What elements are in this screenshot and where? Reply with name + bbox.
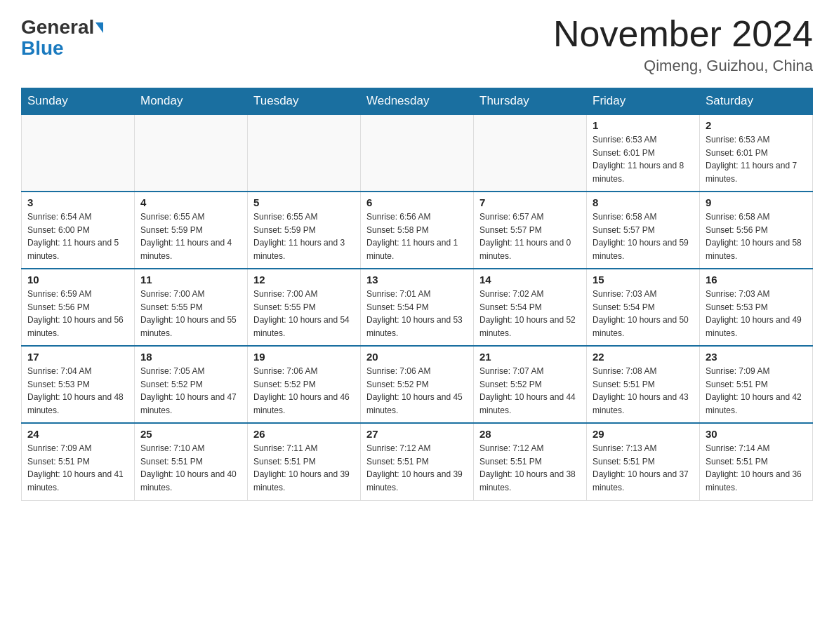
calendar-cell <box>135 114 248 192</box>
calendar-cell: 29Sunrise: 7:13 AMSunset: 5:51 PMDayligh… <box>587 423 700 500</box>
calendar-cell: 2Sunrise: 6:53 AMSunset: 6:01 PMDaylight… <box>700 114 813 192</box>
calendar-cell: 24Sunrise: 7:09 AMSunset: 5:51 PMDayligh… <box>22 423 135 500</box>
calendar-cell: 16Sunrise: 7:03 AMSunset: 5:53 PMDayligh… <box>700 269 813 346</box>
calendar-cell: 5Sunrise: 6:55 AMSunset: 5:59 PMDaylight… <box>248 192 361 269</box>
day-info: Sunrise: 7:06 AMSunset: 5:52 PMDaylight:… <box>366 365 468 417</box>
day-info: Sunrise: 7:13 AMSunset: 5:51 PMDaylight:… <box>593 442 694 494</box>
calendar-cell: 8Sunrise: 6:58 AMSunset: 5:57 PMDaylight… <box>587 192 700 269</box>
day-number: 16 <box>706 274 807 286</box>
week-row-5: 24Sunrise: 7:09 AMSunset: 5:51 PMDayligh… <box>22 423 813 500</box>
day-info: Sunrise: 7:00 AMSunset: 5:55 PMDaylight:… <box>253 288 355 340</box>
day-number: 15 <box>593 274 694 286</box>
calendar-cell: 4Sunrise: 6:55 AMSunset: 5:59 PMDaylight… <box>135 192 248 269</box>
day-info: Sunrise: 6:56 AMSunset: 5:58 PMDaylight:… <box>366 210 468 262</box>
calendar-cell: 27Sunrise: 7:12 AMSunset: 5:51 PMDayligh… <box>361 423 474 500</box>
calendar-cell <box>361 114 474 192</box>
calendar-cell: 20Sunrise: 7:06 AMSunset: 5:52 PMDayligh… <box>361 346 474 423</box>
day-info: Sunrise: 7:09 AMSunset: 5:51 PMDaylight:… <box>706 365 807 417</box>
day-number: 23 <box>706 351 807 363</box>
day-info: Sunrise: 7:00 AMSunset: 5:55 PMDaylight:… <box>140 288 241 340</box>
calendar-cell: 1Sunrise: 6:53 AMSunset: 6:01 PMDaylight… <box>587 114 700 192</box>
day-number: 3 <box>27 196 128 208</box>
day-info: Sunrise: 7:12 AMSunset: 5:51 PMDaylight:… <box>366 442 468 494</box>
logo-arrow-icon <box>95 22 103 33</box>
day-number: 8 <box>593 196 694 208</box>
day-number: 25 <box>140 428 241 440</box>
day-info: Sunrise: 6:59 AMSunset: 5:56 PMDaylight:… <box>27 288 128 340</box>
calendar-cell: 10Sunrise: 6:59 AMSunset: 5:56 PMDayligh… <box>22 269 135 346</box>
day-info: Sunrise: 6:57 AMSunset: 5:57 PMDaylight:… <box>479 210 581 262</box>
day-info: Sunrise: 6:58 AMSunset: 5:56 PMDaylight:… <box>706 210 807 262</box>
day-info: Sunrise: 7:04 AMSunset: 5:53 PMDaylight:… <box>27 365 128 417</box>
calendar-cell: 21Sunrise: 7:07 AMSunset: 5:52 PMDayligh… <box>474 346 587 423</box>
day-number: 12 <box>253 274 355 286</box>
day-info: Sunrise: 7:03 AMSunset: 5:53 PMDaylight:… <box>706 288 807 340</box>
day-number: 29 <box>593 428 694 440</box>
logo-blue: Blue <box>21 37 64 60</box>
calendar-cell <box>22 114 135 192</box>
calendar-cell: 28Sunrise: 7:12 AMSunset: 5:51 PMDayligh… <box>474 423 587 500</box>
day-number: 18 <box>140 351 241 363</box>
weekday-header-row: SundayMondayTuesdayWednesdayThursdayFrid… <box>22 88 813 115</box>
calendar-cell: 30Sunrise: 7:14 AMSunset: 5:51 PMDayligh… <box>700 423 813 500</box>
day-info: Sunrise: 6:58 AMSunset: 5:57 PMDaylight:… <box>593 210 694 262</box>
title-area: November 2024 Qimeng, Guizhou, China <box>553 14 813 75</box>
day-info: Sunrise: 6:53 AMSunset: 6:01 PMDaylight:… <box>706 133 807 185</box>
day-info: Sunrise: 7:03 AMSunset: 5:54 PMDaylight:… <box>593 288 694 340</box>
calendar-cell: 7Sunrise: 6:57 AMSunset: 5:57 PMDaylight… <box>474 192 587 269</box>
day-number: 26 <box>253 428 355 440</box>
day-number: 22 <box>593 351 694 363</box>
day-number: 21 <box>479 351 581 363</box>
header: General Blue November 2024 Qimeng, Guizh… <box>21 14 813 75</box>
calendar-title: November 2024 <box>553 14 813 54</box>
calendar-cell <box>474 114 587 192</box>
calendar-cell: 12Sunrise: 7:00 AMSunset: 5:55 PMDayligh… <box>248 269 361 346</box>
day-info: Sunrise: 7:08 AMSunset: 5:51 PMDaylight:… <box>593 365 694 417</box>
day-number: 5 <box>253 196 355 208</box>
week-row-4: 17Sunrise: 7:04 AMSunset: 5:53 PMDayligh… <box>22 346 813 423</box>
day-number: 24 <box>27 428 128 440</box>
day-number: 9 <box>706 196 807 208</box>
day-number: 13 <box>366 274 468 286</box>
week-row-3: 10Sunrise: 6:59 AMSunset: 5:56 PMDayligh… <box>22 269 813 346</box>
calendar-cell: 19Sunrise: 7:06 AMSunset: 5:52 PMDayligh… <box>248 346 361 423</box>
day-info: Sunrise: 6:54 AMSunset: 6:00 PMDaylight:… <box>27 210 128 262</box>
calendar-cell: 18Sunrise: 7:05 AMSunset: 5:52 PMDayligh… <box>135 346 248 423</box>
day-info: Sunrise: 7:12 AMSunset: 5:51 PMDaylight:… <box>479 442 581 494</box>
calendar-cell: 14Sunrise: 7:02 AMSunset: 5:54 PMDayligh… <box>474 269 587 346</box>
weekday-header-sunday: Sunday <box>22 88 135 115</box>
day-info: Sunrise: 6:53 AMSunset: 6:01 PMDaylight:… <box>593 133 694 185</box>
day-number: 7 <box>479 196 581 208</box>
calendar-cell: 15Sunrise: 7:03 AMSunset: 5:54 PMDayligh… <box>587 269 700 346</box>
calendar-subtitle: Qimeng, Guizhou, China <box>553 57 813 75</box>
weekday-header-monday: Monday <box>135 88 248 115</box>
calendar-cell: 22Sunrise: 7:08 AMSunset: 5:51 PMDayligh… <box>587 346 700 423</box>
day-number: 1 <box>593 119 694 131</box>
logo-general: General <box>21 18 94 37</box>
day-number: 20 <box>366 351 468 363</box>
calendar-cell: 6Sunrise: 6:56 AMSunset: 5:58 PMDaylight… <box>361 192 474 269</box>
weekday-header-saturday: Saturday <box>700 88 813 115</box>
day-info: Sunrise: 7:11 AMSunset: 5:51 PMDaylight:… <box>253 442 355 494</box>
day-number: 19 <box>253 351 355 363</box>
day-number: 4 <box>140 196 241 208</box>
day-number: 28 <box>479 428 581 440</box>
day-info: Sunrise: 6:55 AMSunset: 5:59 PMDaylight:… <box>140 210 241 262</box>
week-row-2: 3Sunrise: 6:54 AMSunset: 6:00 PMDaylight… <box>22 192 813 269</box>
day-number: 11 <box>140 274 241 286</box>
calendar-cell <box>248 114 361 192</box>
calendar-cell: 9Sunrise: 6:58 AMSunset: 5:56 PMDaylight… <box>700 192 813 269</box>
week-row-1: 1Sunrise: 6:53 AMSunset: 6:01 PMDaylight… <box>22 114 813 192</box>
logo: General Blue <box>21 14 103 60</box>
calendar-cell: 13Sunrise: 7:01 AMSunset: 5:54 PMDayligh… <box>361 269 474 346</box>
day-number: 2 <box>706 119 807 131</box>
calendar-cell: 26Sunrise: 7:11 AMSunset: 5:51 PMDayligh… <box>248 423 361 500</box>
day-info: Sunrise: 7:10 AMSunset: 5:51 PMDaylight:… <box>140 442 241 494</box>
day-info: Sunrise: 7:01 AMSunset: 5:54 PMDaylight:… <box>366 288 468 340</box>
calendar-cell: 3Sunrise: 6:54 AMSunset: 6:00 PMDaylight… <box>22 192 135 269</box>
day-number: 6 <box>366 196 468 208</box>
day-info: Sunrise: 7:09 AMSunset: 5:51 PMDaylight:… <box>27 442 128 494</box>
day-info: Sunrise: 7:06 AMSunset: 5:52 PMDaylight:… <box>253 365 355 417</box>
weekday-header-friday: Friday <box>587 88 700 115</box>
calendar-table: SundayMondayTuesdayWednesdayThursdayFrid… <box>21 88 813 501</box>
